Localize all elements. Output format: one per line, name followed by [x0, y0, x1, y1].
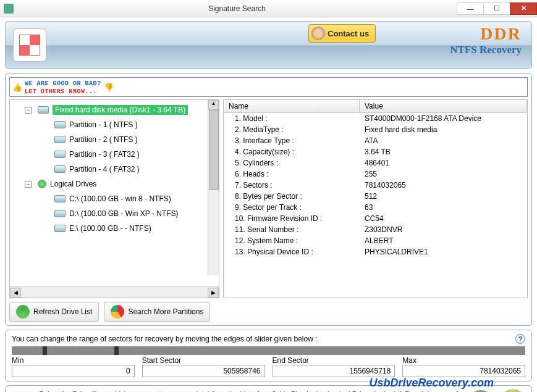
property-name: 3. Interface Type :	[224, 136, 360, 145]
property-value: 63	[360, 203, 527, 212]
property-row[interactable]: 10. Firmware Revision ID :CC54	[224, 213, 527, 224]
min-value[interactable]: 0	[12, 365, 135, 377]
property-row[interactable]: 13. Physical Device ID :PHYSICALDRIVE1	[224, 246, 527, 257]
start-sector-label: Start Sector	[142, 356, 265, 365]
product-name: NTFS Recovery	[450, 44, 522, 56]
property-value: Z303DNVR	[360, 225, 527, 234]
property-value: ST4000DM000-1F2168 ATA Device	[360, 114, 527, 123]
search-more-partitions-button[interactable]: Search More Partitions	[104, 302, 210, 322]
refresh-drive-list-button[interactable]: Refresh Drive List	[9, 302, 99, 322]
min-label: Min	[12, 356, 135, 365]
contact-us-button[interactable]: Contact us	[308, 24, 376, 43]
refresh-icon	[16, 305, 30, 319]
slider-description: You can change the range of sectors for …	[12, 335, 318, 343]
property-row[interactable]: 12. System Name :ALBERT	[224, 235, 527, 246]
collapse-icon[interactable]: −	[25, 107, 32, 114]
partition-icon	[54, 136, 66, 143]
close-button[interactable]: ✕	[510, 2, 537, 15]
col-value[interactable]: Value	[360, 100, 527, 112]
property-value: 486401	[360, 159, 527, 167]
product-logo	[13, 28, 46, 62]
tree-vertical-scrollbar[interactable]: ▲	[208, 100, 219, 275]
drive-icon	[54, 195, 66, 202]
header-banner: Contact us DDR NTFS Recovery	[5, 21, 532, 69]
app-icon	[4, 4, 14, 14]
tree-partition[interactable]: Partition - 1 ( NTFS )	[10, 117, 219, 132]
tree-logical-drive[interactable]: C:\ (100.00 GB - win 8 - NTFS)	[10, 191, 219, 206]
partition-icon	[54, 165, 66, 173]
property-value: Fixed hard disk media	[360, 125, 527, 134]
tree-logical-drive[interactable]: E:\ (100.00 GB - - NTFS)	[10, 221, 219, 236]
property-row[interactable]: 3. Interface Type :ATA	[224, 135, 527, 146]
properties-header: Name Value	[224, 100, 527, 113]
drive-icon	[54, 225, 66, 232]
property-value: 512	[360, 192, 527, 201]
thumbs-up-icon: 👍	[12, 83, 22, 92]
logical-drives-icon	[38, 180, 46, 188]
property-value: CC54	[360, 214, 527, 223]
tree-partition[interactable]: Partition - 3 ( FAT32 )	[10, 147, 219, 162]
properties-pane: Name Value 1. Model :ST4000DM000-1F2168 …	[223, 99, 528, 298]
property-name: 10. Firmware Revision ID :	[224, 214, 360, 223]
slider-start-handle[interactable]	[43, 346, 47, 355]
drive-tree[interactable]: − Fixed hard disk media (Disk1 - 3.64 TB…	[10, 100, 219, 286]
maximize-button[interactable]: ☐	[483, 2, 510, 15]
slider-end-handle[interactable]	[114, 346, 119, 355]
property-name: 6. Heads :	[224, 170, 360, 178]
feedback-line2: LET OTHERS KNOW...	[25, 88, 97, 95]
drive-icon	[54, 210, 66, 217]
property-name: 7. Sectors :	[224, 181, 360, 190]
property-row[interactable]: 5. Cylinders :486401	[224, 157, 527, 169]
scroll-thumb[interactable]	[209, 110, 219, 190]
property-name: 8. Bytes per Sector :	[224, 192, 360, 201]
col-name[interactable]: Name	[224, 100, 360, 112]
scroll-up-icon[interactable]: ▲	[208, 100, 219, 110]
property-name: 12. System Name :	[224, 236, 360, 245]
end-sector-value[interactable]: 1556945718	[273, 365, 395, 377]
tree-disk-label: Fixed hard disk media (Disk1 - 3.64 TB)	[53, 105, 188, 115]
main-panel: 👍 WE ARE GOOD OR BAD? LET OTHERS KNOW...…	[5, 73, 532, 326]
tree-logical-root[interactable]: − Logical Drives	[10, 177, 219, 191]
property-row[interactable]: 7. Sectors :7814032065	[224, 180, 527, 191]
start-sector-value[interactable]: 505958746	[142, 365, 265, 377]
property-row[interactable]: 9. Sector per Track :63	[224, 202, 527, 213]
property-row[interactable]: 2. MediaType :Fixed hard disk media	[224, 124, 527, 135]
property-row[interactable]: 4. Capacity(size) :3.64 TB	[224, 146, 527, 157]
drive-tree-pane: − Fixed hard disk media (Disk1 - 3.64 TB…	[9, 99, 219, 298]
property-name: 5. Cylinders :	[224, 159, 360, 167]
instruction-text: Select the Drive (from which you want to…	[39, 390, 462, 392]
feedback-line1: WE ARE GOOD OR BAD?	[25, 80, 101, 87]
scroll-left-icon[interactable]: ◀	[10, 288, 21, 298]
property-name: 4. Capacity(size) :	[224, 148, 360, 156]
partition-icon	[54, 151, 66, 158]
window-title: Signature Search	[17, 4, 457, 13]
pie-chart-icon	[111, 305, 124, 319]
property-row[interactable]: 1. Model :ST4000DM000-1F2168 ATA Device	[224, 113, 527, 124]
property-value: 255	[360, 170, 527, 178]
tree-horizontal-scrollbar[interactable]: ◀ ▶	[10, 286, 219, 298]
tree-partition[interactable]: Partition - 4 ( FAT32 )	[10, 162, 219, 177]
titlebar: Signature Search — ☐ ✕	[0, 0, 537, 17]
tree-partition[interactable]: Partition - 2 ( NTFS )	[10, 132, 219, 147]
property-row[interactable]: 11. Serial Number :Z303DNVR	[224, 224, 527, 235]
property-value: 3.64 TB	[360, 148, 527, 156]
max-label: Max	[402, 356, 525, 365]
tree-disk-root[interactable]: − Fixed hard disk media (Disk1 - 3.64 TB…	[10, 102, 219, 117]
help-icon[interactable]: ?	[515, 334, 525, 344]
tree-logical-drive[interactable]: D:\ (100.00 GB - Win XP - NTFS)	[10, 206, 219, 221]
partition-icon	[54, 121, 66, 128]
feedback-banner[interactable]: 👍 WE ARE GOOD OR BAD? LET OTHERS KNOW...…	[9, 77, 528, 97]
collapse-icon[interactable]: −	[25, 181, 32, 188]
max-value[interactable]: 7814032065	[402, 365, 525, 377]
sector-range-panel: You can change the range of sectors for …	[5, 330, 532, 382]
minimize-button[interactable]: —	[457, 2, 484, 15]
hard-disk-icon	[38, 106, 49, 114]
property-value: PHYSICALDRIVE1	[360, 248, 527, 256]
scroll-right-icon[interactable]: ▶	[208, 288, 219, 298]
property-row[interactable]: 8. Bytes per Sector :512	[224, 191, 527, 202]
property-value: ATA	[360, 136, 527, 145]
property-row[interactable]: 6. Heads :255	[224, 169, 527, 180]
watermark: UsbDriveRecovery.com	[370, 377, 494, 390]
property-value: 7814032065	[360, 181, 527, 190]
sector-range-slider[interactable]	[12, 346, 525, 355]
